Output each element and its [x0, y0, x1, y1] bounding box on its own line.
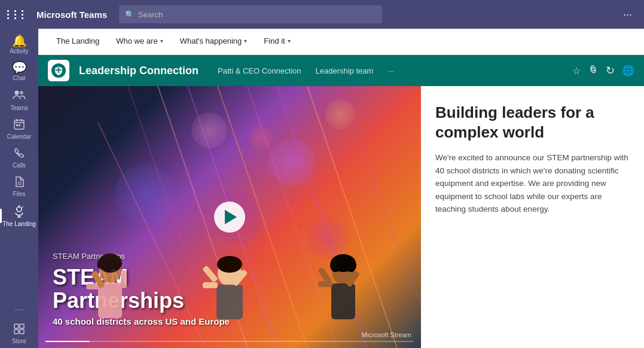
more-options-button[interactable]: ··· — [618, 6, 637, 23]
nav-item-find-it[interactable]: Find it ▾ — [255, 29, 298, 55]
sidebar-item-more[interactable]: ··· — [0, 301, 38, 317]
link-button[interactable] — [588, 64, 599, 77]
chevron-down-icon: ▾ — [244, 38, 247, 44]
nav-patti[interactable]: Patti & CEO Connection — [213, 64, 306, 78]
top-bar-actions: ··· — [618, 8, 637, 21]
sidebar-item-calls[interactable]: Calls — [0, 144, 38, 172]
teams-icon — [13, 88, 26, 103]
nav-label-landing: The Landing — [56, 36, 99, 45]
nav-label-who-we-are: Who we are — [116, 36, 157, 45]
nav-item-whats-happening[interactable]: What's happening ▾ — [172, 29, 256, 55]
svg-rect-7 — [19, 124, 20, 126]
svg-line-13 — [22, 207, 23, 208]
sidebar-item-landing[interactable]: The Landing — [0, 201, 38, 231]
sidebar: 🔔 Activity 💬 Chat Teams — [0, 29, 38, 348]
search-input[interactable] — [138, 10, 376, 19]
article-panel: Building leaders for a complex world We'… — [421, 86, 644, 348]
sidebar-item-store[interactable]: Store — [0, 319, 38, 348]
store-icon — [13, 323, 25, 337]
nav-item-landing[interactable]: The Landing — [48, 29, 108, 55]
app-grid-icon[interactable] — [7, 10, 27, 19]
chat-icon: 💬 — [12, 62, 27, 74]
sidebar-label-files: Files — [13, 191, 25, 197]
svg-point-1 — [20, 91, 23, 94]
nav-more[interactable]: ··· — [383, 64, 399, 78]
app-header-actions: ☆ ↻ 🌐 — [572, 64, 634, 77]
svg-point-0 — [15, 91, 19, 95]
landing-icon — [13, 204, 26, 219]
article-body: We're excited to announce our STEM partn… — [435, 151, 630, 216]
nav-item-who-we-are[interactable]: Who we are ▾ — [108, 29, 171, 55]
svg-rect-42 — [216, 285, 243, 319]
main-content: STEAM Partnerships STEAMPartnerships 40 … — [38, 86, 644, 348]
app-name: Leadership Connection — [79, 65, 199, 77]
svg-point-21 — [57, 69, 60, 71]
sidebar-item-calendar[interactable]: Calendar — [0, 115, 38, 144]
main-layout: 🔔 Activity 💬 Chat Teams — [0, 29, 644, 348]
app-title: Microsoft Teams — [36, 10, 107, 20]
video-watermark: Microsoft Stream — [362, 331, 411, 338]
nav-label-whats-happening: What's happening — [180, 36, 242, 45]
search-icon: 🔍 — [125, 10, 135, 19]
sidebar-item-teams[interactable]: Teams — [0, 85, 38, 115]
article-heading: Building leaders for a complex world — [435, 103, 630, 142]
activity-icon: 🔔 — [12, 35, 27, 47]
calls-icon — [13, 147, 25, 161]
video-panel: STEAM Partnerships STEAMPartnerships 40 … — [38, 86, 421, 348]
svg-point-53 — [330, 259, 341, 272]
files-icon — [13, 176, 25, 190]
more-icon: ··· — [15, 305, 24, 313]
svg-point-11 — [16, 209, 17, 210]
svg-rect-38 — [121, 270, 127, 288]
svg-rect-17 — [20, 324, 24, 328]
nav-leadership[interactable]: Leadership team — [311, 64, 379, 78]
refresh-button[interactable]: ↻ — [606, 64, 615, 77]
svg-rect-18 — [14, 329, 19, 334]
video-play-button[interactable] — [214, 202, 245, 233]
svg-rect-49 — [318, 281, 332, 287]
chevron-down-icon: ▾ — [288, 38, 291, 44]
svg-point-10 — [17, 207, 22, 212]
sidebar-label-store: Store — [12, 338, 26, 344]
content-area: The Landing Who we are ▾ What's happenin… — [38, 29, 644, 348]
sidebar-label-calendar: Calendar — [7, 133, 32, 140]
sidebar-item-chat[interactable]: 💬 Chat — [0, 58, 38, 85]
svg-rect-44 — [202, 265, 218, 283]
top-bar: Microsoft Teams 🔍 ··· — [0, 0, 644, 29]
sidebar-label-chat: Chat — [13, 75, 25, 81]
svg-rect-48 — [331, 283, 355, 319]
nav-label-find-it: Find it — [264, 36, 285, 45]
app-header-nav: Patti & CEO Connection Leadership team ·… — [213, 64, 399, 78]
svg-rect-16 — [14, 324, 19, 328]
sidebar-label-calls: Calls — [13, 162, 26, 169]
sidebar-item-files[interactable]: Files — [0, 172, 38, 201]
play-triangle-icon — [225, 210, 237, 224]
search-container: 🔍 — [119, 5, 382, 23]
svg-rect-6 — [16, 124, 18, 126]
chevron-down-icon: ▾ — [160, 38, 163, 44]
globe-button[interactable]: 🌐 — [622, 65, 634, 77]
svg-rect-43 — [203, 282, 218, 288]
sidebar-item-activity[interactable]: 🔔 Activity — [0, 31, 38, 58]
sidebar-label-teams: Teams — [10, 105, 28, 111]
svg-point-46 — [217, 256, 242, 273]
calendar-icon — [13, 118, 25, 132]
app-logo — [48, 60, 69, 81]
svg-rect-19 — [20, 329, 24, 334]
app-header: Leadership Connection Patti & CEO Connec… — [38, 55, 644, 86]
sidebar-label-activity: Activity — [10, 48, 29, 54]
star-button[interactable]: ☆ — [572, 65, 581, 77]
sidebar-label-landing: The Landing — [2, 221, 36, 227]
top-navigation: The Landing Who we are ▾ What's happenin… — [38, 29, 644, 55]
svg-point-54 — [346, 259, 356, 272]
